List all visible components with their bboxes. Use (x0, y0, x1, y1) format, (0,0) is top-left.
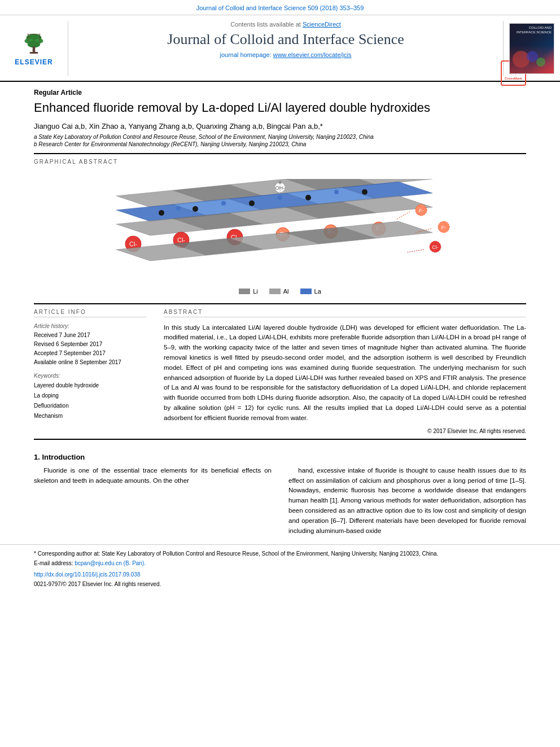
intro-paragraph-1: Fluoride is one of the essential trace e… (34, 466, 272, 486)
legend-li: Li (239, 288, 258, 295)
doi-link[interactable]: http://dx.doi.org/10.1016/j.jcis.2017.09… (34, 571, 140, 578)
article-info-col: ARTICLE INFO Article history: Received 7… (34, 309, 147, 434)
introduction-section: 1. Introduction Fluoride is one of the e… (0, 444, 560, 536)
intro-col-left: Fluoride is one of the essential trace e… (34, 466, 272, 536)
footnotes-area: * Corresponding author at: State Key Lab… (0, 544, 560, 588)
svg-line-53 (396, 212, 410, 220)
svg-point-59 (305, 195, 311, 200)
intro-divider (34, 439, 526, 440)
svg-point-9 (513, 51, 530, 68)
article-header: Regular Article Enhanced fluoride remova… (0, 82, 560, 148)
ga-image: Cl- Cl- Cl- F- F- F- (34, 171, 526, 283)
svg-point-11 (536, 58, 545, 67)
abstract-divider (34, 303, 526, 304)
journal-cover-image: COLLOID AND INTERFACE SCIENCE (509, 23, 554, 74)
legend-li-label: Li (253, 288, 258, 295)
legend-la-label: La (314, 288, 321, 295)
affiliation-b: b Research Center for Environmental Nano… (34, 141, 501, 147)
email-link[interactable]: bcpan@nju.edu.cn (B. Pan). (75, 560, 146, 566)
affiliation-a: a State Key Laboratory of Pollution Cont… (34, 134, 501, 140)
svg-point-58 (249, 200, 255, 206)
svg-point-63 (278, 195, 282, 200)
keyword-4: Mechanism (34, 411, 147, 421)
svg-text:Cl-: Cl- (432, 244, 439, 250)
keywords-section: Keywords: Layered double hydroxide La do… (34, 373, 147, 421)
keywords-label: Keywords: (34, 373, 147, 379)
accepted-date: Accepted 7 September 2017 (34, 349, 147, 358)
legend-al: Al (269, 288, 289, 295)
sciencedirect-link[interactable]: ScienceDirect (303, 21, 341, 28)
svg-point-56 (159, 210, 164, 216)
header-divider (34, 153, 526, 154)
ldh-diagram: Cl- Cl- Cl- F- F- F- (82, 179, 478, 275)
svg-text:Cl-: Cl- (177, 237, 185, 243)
cover-title-text: COLLOID AND INTERFACE SCIENCE (512, 26, 552, 35)
keyword-3: Defluoridation (34, 401, 147, 411)
intro-col-right: hand, excessive intake of fluoride is th… (288, 466, 526, 536)
received-date: Received 7 June 2017 (34, 331, 147, 340)
keyword-2: La doping (34, 391, 147, 401)
svg-point-57 (193, 206, 198, 212)
graphical-abstract: Cl- Cl- Cl- F- F- F- (0, 171, 560, 295)
svg-text:Cl-: Cl- (129, 241, 137, 247)
history-label: Article history: (34, 323, 147, 329)
intro-title: 1. Introduction (34, 453, 526, 461)
svg-point-64 (334, 190, 339, 194)
article-info-abstract: ARTICLE INFO Article history: Received 7… (0, 309, 560, 434)
top-bar: Journal of Colloid and Interface Science… (0, 0, 560, 15)
cover-graphic (510, 48, 549, 71)
article-title: Enhanced fluoride removal by La-doped Li… (34, 100, 501, 116)
available-date: Available online 8 September 2017 (34, 358, 147, 367)
svg-text:F-: F- (441, 225, 447, 230)
svg-rect-5 (30, 52, 38, 54)
svg-text:F-: F- (419, 208, 424, 213)
contents-text: Contents lists available at (230, 21, 301, 28)
footnote-corresponding: * Corresponding author at: State Key Lab… (34, 549, 526, 558)
footnote-copyright: 0021-9797/© 2017 Elsevier Inc. All right… (34, 580, 526, 588)
journal-homepage-link[interactable]: www.elsevier.com/locate/jcis (273, 51, 352, 58)
elsevier-logo-area: ELSEVIER (0, 21, 68, 76)
svg-point-61 (176, 206, 181, 211)
abstract-col: ABSTRACT In this study La intercalated L… (164, 309, 526, 434)
legend-al-box (269, 289, 281, 294)
journal-homepage: journal homepage: www.elsevier.com/locat… (74, 51, 497, 58)
intro-paragraph-2: hand, excessive intake of fluoride is th… (288, 466, 526, 536)
intro-columns: Fluoride is one of the essential trace e… (34, 466, 526, 536)
svg-rect-4 (33, 46, 36, 53)
svg-line-55 (407, 250, 424, 252)
elsevier-logo: ELSEVIER (8, 29, 59, 68)
email-label: E-mail address: (34, 560, 73, 566)
page: Journal of Colloid and Interface Science… (0, 0, 560, 747)
footnote-email: E-mail address: bcpan@nju.edu.cn (B. Pan… (34, 559, 526, 567)
ga-legend: Li Al La (34, 288, 526, 295)
elsevier-tree-icon (17, 32, 51, 57)
abstract-text: In this study La intercalated Li/Al laye… (164, 323, 526, 423)
elsevier-brand-text: ELSEVIER (15, 58, 53, 66)
journal-cover-area: COLLOID AND INTERFACE SCIENCE (504, 21, 560, 76)
journal-citation-link[interactable]: Journal of Colloid and Interface Science… (196, 5, 364, 11)
journal-header: ELSEVIER Contents lists available at Sci… (0, 15, 560, 82)
crossmark-label: CrossMark (505, 77, 522, 80)
graphical-abstract-header: GRAPHICAL ABSTRACT (0, 159, 560, 165)
authors: Jianguo Cai a,b, Xin Zhao a, Yanyang Zha… (34, 122, 501, 130)
abstract-copyright: © 2017 Elsevier Inc. All rights reserved… (164, 428, 526, 434)
legend-li-box (239, 289, 250, 294)
legend-al-label: Al (283, 288, 289, 295)
article-history: Article history: Received 7 June 2017 Re… (34, 323, 147, 367)
svg-rect-8 (28, 33, 41, 34)
svg-point-10 (527, 51, 538, 62)
article-info-header: ARTICLE INFO (34, 309, 147, 317)
abstract-header: ABSTRACT (164, 309, 526, 317)
sciencedirect-line: Contents lists available at ScienceDirec… (74, 21, 497, 28)
legend-la: La (300, 288, 321, 295)
svg-point-62 (221, 201, 226, 206)
journal-title-area: Contents lists available at ScienceDirec… (68, 21, 504, 76)
article-type: Regular Article (34, 89, 501, 97)
footnote-doi: http://dx.doi.org/10.1016/j.jcis.2017.09… (34, 570, 526, 579)
journal-title: Journal of Colloid and Interface Science (74, 31, 497, 48)
revised-date: Revised 6 September 2017 (34, 340, 147, 349)
legend-la-box (300, 289, 312, 294)
svg-point-60 (362, 189, 368, 195)
keyword-1: Layered double hydroxide (34, 381, 147, 391)
